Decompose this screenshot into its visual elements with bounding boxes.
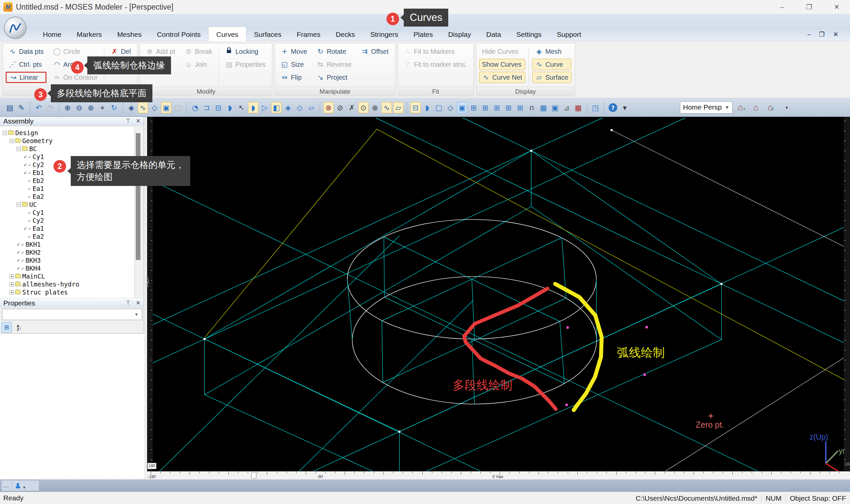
person-icon[interactable]: [15, 483, 21, 488]
tab-data[interactable]: Data: [479, 28, 509, 41]
pin-icon[interactable]: ⊤: [124, 118, 132, 125]
tree-item-struc-plates[interactable]: +Struc plates: [0, 288, 134, 296]
tree-item-bkh3[interactable]: ✓▱BKH3: [0, 256, 134, 264]
panel-close-icon[interactable]: ✕: [134, 118, 142, 125]
visibility-check-icon[interactable]: ✓: [23, 162, 28, 167]
add-pt-button[interactable]: ⊕Add pt: [143, 46, 178, 57]
properties-combo-arrow-icon[interactable]: ▼: [134, 312, 142, 317]
tab-home[interactable]: Home: [35, 28, 69, 41]
tab-curves[interactable]: Curves: [208, 26, 246, 41]
yaw-ruler[interactable]: -180 -90 0 Yaw: [147, 471, 850, 480]
close-button[interactable]: ✕: [826, 0, 847, 14]
shield-icon[interactable]: ◇: [149, 102, 160, 113]
project-button[interactable]: ↘Project: [313, 72, 354, 83]
visibility-check-icon[interactable]: ✓: [23, 155, 28, 159]
grid-move-icon[interactable]: ⊞: [492, 102, 502, 113]
surface-d-icon[interactable]: ◗: [225, 102, 235, 113]
mini-overflow-icon[interactable]: ▾: [23, 485, 25, 490]
zoom-extents-icon[interactable]: ⊛: [86, 102, 96, 113]
data-pts-button[interactable]: ∿Data pts: [6, 46, 47, 57]
qbar-overflow-icon[interactable]: ▾: [785, 105, 788, 110]
size-button[interactable]: ◱Size: [277, 59, 310, 70]
tree-item-uc[interactable]: −UC: [0, 200, 134, 209]
tree-expander-icon[interactable]: +: [10, 290, 14, 294]
curve-net-button[interactable]: ∿Curve Net: [479, 72, 525, 83]
tab-display[interactable]: Display: [440, 28, 479, 41]
offset-button[interactable]: ⇉Offset: [358, 46, 392, 57]
reverse-button[interactable]: ⇆Reverse: [313, 59, 354, 70]
help-icon[interactable]: ?: [609, 103, 617, 112]
minimize-button[interactable]: –: [772, 0, 793, 14]
table-view-icon[interactable]: ▣: [550, 102, 560, 113]
tab-frames[interactable]: Frames: [289, 28, 328, 41]
marker-xx-icon[interactable]: ✗: [347, 102, 357, 113]
tree-item-allmeshes-hydro[interactable]: +allmeshes-hydro: [0, 280, 134, 288]
tree-item-design[interactable]: −Design: [0, 129, 134, 137]
app-logo-button[interactable]: [4, 17, 26, 39]
surface-plane-icon[interactable]: ◧: [271, 102, 282, 113]
linear-button[interactable]: ↝Linear: [6, 72, 47, 83]
plate-icon[interactable]: ▢: [434, 102, 444, 113]
tree-item-bkh4[interactable]: ✓▱BKH4: [0, 264, 134, 272]
mesh-visibility-icon[interactable]: ◈: [126, 102, 137, 113]
join-button[interactable]: ∪Join: [182, 59, 215, 70]
curve-button[interactable]: ∿Curve: [532, 59, 572, 70]
visibility-check-icon[interactable]: ✓: [17, 250, 21, 255]
tree-item-maincl[interactable]: +MainCL: [0, 272, 134, 280]
break-button[interactable]: ⊘Break: [182, 46, 215, 57]
marker-pt-icon[interactable]: ⊙: [358, 102, 368, 113]
surface-fan-icon[interactable]: ◔: [190, 102, 200, 113]
del-button[interactable]: ✗Del: [108, 46, 134, 57]
tab-settings[interactable]: Settings: [509, 28, 549, 41]
tree-item-geometry[interactable]: −Geometry: [0, 137, 134, 145]
mdi-close-button[interactable]: ✕: [830, 31, 842, 38]
visibility-check-icon[interactable]: ✓: [23, 226, 28, 231]
curve-pt-icon[interactable]: ∿: [381, 102, 392, 113]
tree-expander-icon[interactable]: −: [3, 131, 7, 135]
deck-icon[interactable]: ⊟: [410, 102, 421, 113]
ctrl-pts-button[interactable]: ⋰Ctrl. pts: [6, 59, 47, 70]
calculator-icon[interactable]: ▦: [573, 102, 583, 113]
visibility-check-icon[interactable]: ✓: [23, 170, 28, 175]
tab-decks[interactable]: Decks: [328, 28, 363, 41]
grid-x-icon[interactable]: ⊞: [469, 102, 479, 113]
tab-control-points[interactable]: Control Points: [149, 28, 208, 41]
sort-az-icon[interactable]: AZ↓: [14, 322, 24, 333]
flip-button[interactable]: ⇔Flip: [277, 72, 310, 83]
redo-icon[interactable]: ↷: [45, 102, 55, 113]
pin-icon[interactable]: ⊤: [124, 300, 132, 306]
tree-item-cy2[interactable]: ▱Cy2: [0, 216, 134, 224]
tree-scrollbar-thumb[interactable]: [136, 133, 141, 260]
tab-support[interactable]: Support: [549, 28, 589, 41]
right-ruler[interactable]: 180: [844, 117, 850, 471]
pan-icon[interactable]: ⌖: [97, 102, 108, 113]
deck-d-icon[interactable]: ◗: [422, 102, 432, 113]
tree-item-bc[interactable]: −BC: [0, 145, 134, 153]
shield2-icon[interactable]: ◇: [445, 102, 455, 113]
yaw-slider-thumb[interactable]: [251, 472, 256, 479]
surface-pt-icon[interactable]: ▱: [393, 102, 403, 113]
surface-button[interactable]: ▱Surface: [532, 72, 572, 83]
properties-button[interactable]: ▤Properties: [222, 59, 269, 70]
locking-button[interactable]: Locking: [222, 46, 269, 57]
undo-icon[interactable]: ↶: [34, 102, 44, 113]
status-object-snap[interactable]: Object Snap: OFF: [790, 494, 846, 502]
grid-sine-icon[interactable]: ⊞: [503, 102, 514, 113]
show-curves-button[interactable]: Show Curves: [479, 59, 525, 70]
rotate-view-icon[interactable]: ↻: [109, 102, 119, 113]
mesh-diamond-icon[interactable]: ◈: [283, 102, 293, 113]
curve-visibility-icon[interactable]: ∿: [138, 102, 148, 113]
mesh-button[interactable]: ◈Mesh: [532, 46, 572, 57]
zoom-out-icon[interactable]: ⊖: [74, 102, 84, 113]
tree-item-cy1[interactable]: ▱Cy1: [0, 209, 134, 216]
diamond-icon[interactable]: ◇: [294, 102, 305, 113]
view-combo-arrow-icon[interactable]: ▼: [723, 102, 732, 113]
viewport-canvas[interactable]: 多段线绘制 弧线绘制 Zero pt. z(Up) y(St x(A: [153, 117, 844, 471]
tab-plates[interactable]: Plates: [406, 28, 440, 41]
cube-icon[interactable]: ◳: [590, 102, 601, 113]
add-home-view-icon[interactable]: ⌂+: [738, 102, 743, 112]
visibility-check-icon[interactable]: ✓: [17, 258, 21, 263]
tree-item-ea2[interactable]: ▱Ea2: [0, 232, 134, 240]
visibility-check-icon[interactable]: ✓: [17, 242, 21, 247]
tree-item-ea1[interactable]: ✓▱Ea1: [0, 224, 134, 232]
